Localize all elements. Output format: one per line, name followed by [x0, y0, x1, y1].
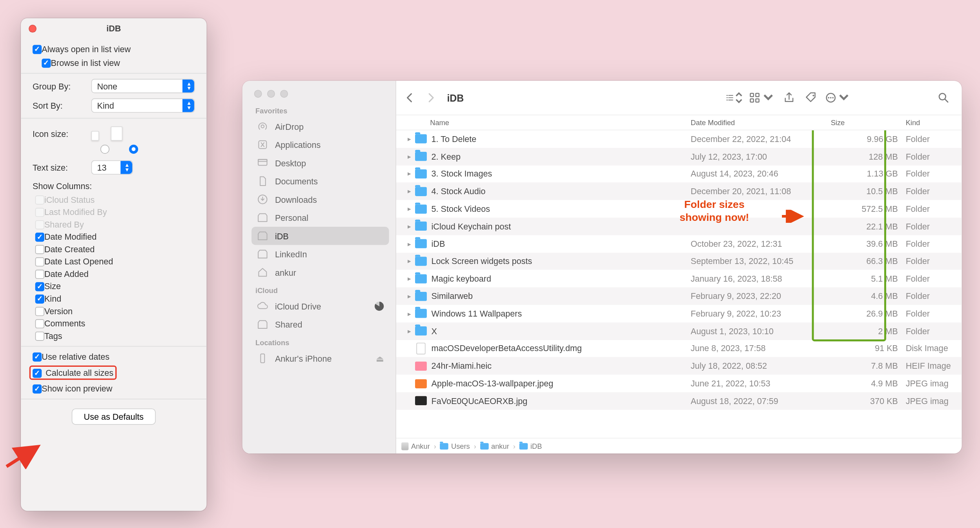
sidebar-item-icon	[257, 212, 268, 224]
view-options-window: iDB Always open in list view Browse in l…	[21, 18, 206, 511]
file-row[interactable]: ▸XAugust 1, 2023, 10:102 MBFolder	[396, 322, 962, 340]
disclosure-triangle-icon[interactable]: ▸	[404, 188, 415, 195]
text-size-select[interactable]: 13▲▼	[91, 160, 133, 175]
file-row[interactable]: ▸Apple-macOS-13-wallpaper.jpegJune 21, 2…	[396, 375, 962, 392]
file-row[interactable]: ▸FaVoE0QUcAEORXB.jpgAugust 18, 2022, 07:…	[396, 392, 962, 410]
file-row[interactable]: ▸3. Stock ImagesAugust 14, 2023, 20:461.…	[396, 165, 962, 183]
sidebar-item-label: Shared	[275, 320, 302, 330]
path-segment[interactable]: ankur	[480, 442, 509, 450]
icon-size-large-radio[interactable]	[129, 145, 138, 154]
window-traffic-lights[interactable]	[254, 90, 389, 98]
disclosure-triangle-icon[interactable]: ▸	[404, 258, 415, 265]
file-date: June 8, 2023, 17:58	[691, 344, 831, 353]
file-size: 2 MB	[831, 326, 906, 336]
file-size: 128 MB	[831, 151, 906, 161]
sidebar-item-idb[interactable]: iDB	[251, 227, 389, 245]
path-segment[interactable]: iDB	[519, 442, 542, 450]
file-row[interactable]: ▸iCloud Keychain post22.1 MBFolder	[396, 218, 962, 235]
file-row[interactable]: ▸1. To DeleteDecember 22, 2022, 21:049.9…	[396, 130, 962, 148]
disclosure-triangle-icon[interactable]: ▸	[404, 293, 415, 300]
col-date-modified-checkbox[interactable]	[35, 232, 44, 241]
show-icon-preview-checkbox[interactable]	[33, 384, 42, 393]
column-header-size[interactable]: Size	[831, 118, 906, 126]
file-row[interactable]: ▸4. Stock AudioDecember 20, 2021, 11:081…	[396, 183, 962, 200]
eject-icon[interactable]: ⏏	[376, 353, 384, 363]
file-date: February 9, 2023, 22:20	[691, 291, 831, 301]
sidebar-item-downloads[interactable]: Downloads	[251, 190, 389, 209]
disclosure-triangle-icon[interactable]: ▸	[404, 223, 415, 230]
column-header-name[interactable]: Name	[430, 118, 690, 126]
col-comments-checkbox[interactable]	[35, 319, 44, 328]
file-kind: Folder	[906, 204, 962, 214]
group-button[interactable]	[747, 91, 776, 104]
browse-in-list-view-checkbox[interactable]	[42, 58, 51, 67]
always-open-list-view-checkbox[interactable]	[33, 45, 42, 54]
folder-icon	[415, 169, 427, 178]
disclosure-triangle-icon[interactable]: ▸	[404, 153, 415, 160]
path-segment[interactable]: Ankur	[401, 442, 430, 450]
disclosure-triangle-icon[interactable]: ▸	[404, 328, 415, 335]
close-button[interactable]	[29, 25, 36, 33]
calculate-all-sizes-checkbox[interactable]	[33, 368, 42, 377]
sidebar-item-documents[interactable]: Documents	[251, 172, 389, 190]
file-row[interactable]: ▸iDBOctober 23, 2022, 12:3139.6 MBFolder	[396, 235, 962, 253]
file-name: 4. Stock Audio	[432, 186, 691, 196]
col-size-checkbox[interactable]	[35, 282, 44, 291]
col-kind-checkbox[interactable]	[35, 294, 44, 303]
back-button[interactable]	[403, 91, 417, 105]
use-as-defaults-button[interactable]: Use as Defaults	[71, 408, 156, 425]
file-size: 66.3 MB	[831, 257, 906, 266]
file-name: macOSDeveloperBetaAccessUtility.dmg	[432, 344, 691, 353]
sidebar-item-label: LinkedIn	[275, 249, 307, 259]
file-row[interactable]: ▸Windows 11 WallpapersFebruary 9, 2022, …	[396, 305, 962, 322]
sidebar-item-linkedin[interactable]: LinkedIn	[251, 245, 389, 263]
file-row[interactable]: ▸Lock Screen widgets postsSeptember 13, …	[396, 253, 962, 270]
file-kind: JPEG imag	[906, 396, 962, 406]
sidebar-item-airdrop[interactable]: AirDrop	[251, 117, 389, 136]
col-date-last-opened-checkbox[interactable]	[35, 257, 44, 266]
column-header-date[interactable]: Date Modified	[691, 118, 831, 126]
col-version-checkbox[interactable]	[35, 306, 44, 315]
disk-icon	[401, 442, 408, 450]
disclosure-triangle-icon[interactable]: ▸	[404, 240, 415, 247]
path-segment[interactable]: Users	[440, 442, 470, 450]
view-list-button[interactable]	[725, 91, 744, 104]
tags-button[interactable]	[802, 91, 821, 104]
file-row[interactable]: ▸macOSDeveloperBetaAccessUtility.dmgJune…	[396, 340, 962, 357]
sidebar-item-applications[interactable]: Applications	[251, 135, 389, 154]
col-last-modified-by-checkbox	[35, 208, 44, 217]
disclosure-triangle-icon[interactable]: ▸	[404, 310, 415, 317]
sidebar-header-favorites: Favorites	[255, 107, 389, 115]
sidebar-item-ankur[interactable]: ankur	[251, 263, 389, 282]
col-date-added-checkbox[interactable]	[35, 269, 44, 279]
file-row[interactable]: ▸SimilarwebFebruary 9, 2023, 22:204.6 MB…	[396, 288, 962, 305]
action-button[interactable]	[824, 91, 850, 104]
sidebar-item-desktop[interactable]: Desktop	[251, 154, 389, 172]
file-kind: Folder	[906, 169, 962, 179]
file-row[interactable]: ▸Magic keyboardJanuary 16, 2023, 18:585.…	[396, 270, 962, 288]
disclosure-triangle-icon[interactable]: ▸	[404, 170, 415, 177]
sidebar-item-shared[interactable]: Shared	[251, 315, 389, 334]
icon-size-small-radio[interactable]	[100, 145, 109, 154]
file-row[interactable]: ▸5. Stock Videos572.5 MBFolder	[396, 200, 962, 218]
file-kind: Folder	[906, 239, 962, 249]
file-row[interactable]: ▸2. KeepJuly 12, 2023, 17:00128 MBFolder	[396, 148, 962, 166]
sidebar-item-personal[interactable]: Personal	[251, 208, 389, 227]
sort-by-select[interactable]: Kind▲▼	[91, 98, 195, 113]
column-header-kind[interactable]: Kind	[906, 118, 962, 126]
disclosure-triangle-icon[interactable]: ▸	[404, 135, 415, 142]
file-row[interactable]: ▸24hr-Miami.heicJuly 18, 2022, 08:527.8 …	[396, 357, 962, 375]
col-date-created-checkbox[interactable]	[35, 245, 44, 254]
use-relative-dates-checkbox[interactable]	[33, 352, 42, 361]
col-tags-checkbox[interactable]	[35, 331, 44, 340]
sidebar-item-label: iDB	[275, 231, 289, 241]
forward-button[interactable]	[424, 91, 438, 105]
search-button[interactable]	[934, 91, 953, 104]
sidebar-item-label: Downloads	[275, 195, 317, 204]
sidebar-item-ankur-s-iphone[interactable]: Ankur's iPhone⏏	[251, 349, 389, 368]
sidebar-item-icloud-drive[interactable]: iCloud Drive	[251, 297, 389, 315]
share-button[interactable]	[780, 91, 798, 104]
disclosure-triangle-icon[interactable]: ▸	[404, 205, 415, 212]
disclosure-triangle-icon[interactable]: ▸	[404, 275, 415, 282]
group-by-select[interactable]: None▲▼	[91, 79, 195, 93]
